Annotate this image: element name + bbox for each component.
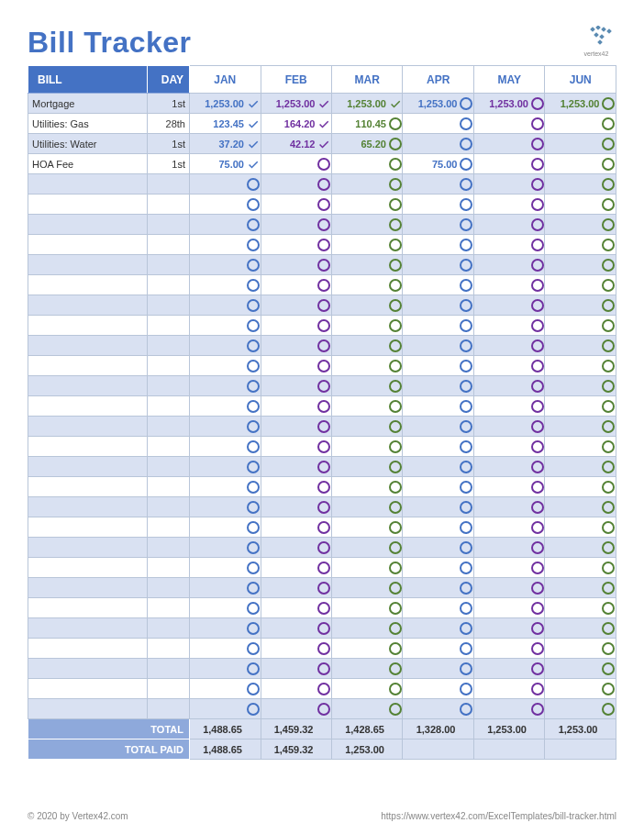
due-day-cell[interactable]	[148, 578, 190, 598]
paid-indicator[interactable]	[388, 517, 403, 538]
amount-cell[interactable]	[261, 316, 316, 336]
paid-indicator[interactable]	[388, 215, 403, 235]
due-day-cell[interactable]	[148, 174, 190, 195]
amount-cell[interactable]	[190, 457, 246, 477]
amount-cell[interactable]	[331, 497, 387, 517]
amount-cell[interactable]	[331, 255, 387, 275]
amount-cell[interactable]	[261, 618, 316, 639]
paid-indicator[interactable]	[388, 235, 403, 255]
amount-cell[interactable]	[473, 174, 529, 195]
bill-name-cell[interactable]	[28, 477, 148, 497]
amount-cell[interactable]	[261, 538, 316, 558]
due-day-cell[interactable]: 1st	[148, 94, 190, 114]
paid-indicator[interactable]	[459, 558, 473, 578]
bill-name-cell[interactable]	[28, 255, 148, 275]
paid-indicator[interactable]	[246, 376, 261, 396]
amount-cell[interactable]	[190, 316, 246, 336]
amount-cell[interactable]	[473, 114, 529, 134]
amount-cell[interactable]	[190, 376, 246, 396]
amount-cell[interactable]	[261, 679, 316, 699]
amount-cell[interactable]	[545, 639, 602, 659]
paid-indicator[interactable]	[246, 295, 261, 316]
due-day-cell[interactable]	[148, 477, 190, 497]
amount-cell[interactable]	[261, 235, 316, 255]
paid-indicator[interactable]	[601, 699, 616, 719]
amount-cell[interactable]	[261, 497, 316, 517]
paid-indicator[interactable]	[601, 275, 616, 295]
amount-cell[interactable]	[261, 437, 316, 457]
amount-cell[interactable]	[545, 356, 602, 376]
paid-indicator[interactable]	[246, 679, 261, 699]
paid-indicator[interactable]	[601, 517, 616, 538]
paid-indicator[interactable]	[530, 114, 545, 134]
amount-cell[interactable]	[545, 497, 602, 517]
amount-cell[interactable]	[473, 417, 529, 437]
amount-cell[interactable]	[261, 174, 316, 195]
paid-indicator[interactable]	[388, 396, 403, 417]
amount-cell[interactable]	[403, 598, 459, 618]
due-day-cell[interactable]	[148, 699, 190, 719]
paid-indicator[interactable]	[316, 195, 331, 215]
paid-indicator[interactable]	[459, 437, 473, 457]
amount-cell[interactable]	[190, 235, 246, 255]
paid-indicator[interactable]	[459, 275, 473, 295]
paid-indicator[interactable]	[316, 275, 331, 295]
paid-indicator[interactable]	[316, 437, 331, 457]
amount-cell[interactable]	[473, 134, 529, 154]
paid-indicator[interactable]	[316, 578, 331, 598]
paid-indicator[interactable]	[459, 94, 473, 114]
paid-indicator[interactable]	[246, 639, 261, 659]
amount-cell[interactable]	[403, 376, 459, 396]
amount-cell[interactable]	[473, 578, 529, 598]
paid-indicator[interactable]	[246, 457, 261, 477]
bill-name-cell[interactable]	[28, 376, 148, 396]
amount-cell[interactable]: 1,253.00	[545, 94, 602, 114]
paid-indicator[interactable]	[530, 517, 545, 538]
paid-indicator[interactable]	[601, 598, 616, 618]
amount-cell[interactable]	[545, 174, 602, 195]
amount-cell[interactable]	[473, 538, 529, 558]
amount-cell[interactable]	[403, 235, 459, 255]
paid-indicator[interactable]	[388, 336, 403, 356]
amount-cell[interactable]	[331, 154, 387, 174]
paid-indicator[interactable]	[459, 517, 473, 538]
amount-cell[interactable]	[545, 114, 602, 134]
paid-indicator[interactable]	[246, 316, 261, 336]
paid-indicator[interactable]	[530, 598, 545, 618]
amount-cell[interactable]	[331, 477, 387, 497]
paid-indicator[interactable]	[316, 598, 331, 618]
amount-cell[interactable]	[473, 396, 529, 417]
paid-indicator[interactable]	[530, 316, 545, 336]
due-day-cell[interactable]: 28th	[148, 114, 190, 134]
paid-indicator[interactable]	[388, 699, 403, 719]
paid-indicator[interactable]	[388, 316, 403, 336]
amount-cell[interactable]	[190, 174, 246, 195]
bill-name-cell[interactable]	[28, 275, 148, 295]
due-day-cell[interactable]: 1st	[148, 134, 190, 154]
due-day-cell[interactable]	[148, 417, 190, 437]
paid-indicator[interactable]	[459, 396, 473, 417]
amount-cell[interactable]	[473, 235, 529, 255]
amount-cell[interactable]	[545, 517, 602, 538]
amount-cell[interactable]	[331, 659, 387, 679]
paid-indicator[interactable]	[246, 699, 261, 719]
amount-cell[interactable]	[331, 215, 387, 235]
amount-cell[interactable]	[190, 437, 246, 457]
amount-cell[interactable]: 110.45	[331, 114, 387, 134]
bill-name-cell[interactable]: HOA Fee	[28, 154, 148, 174]
amount-cell[interactable]	[473, 295, 529, 316]
paid-indicator[interactable]	[388, 497, 403, 517]
paid-indicator[interactable]	[459, 538, 473, 558]
amount-cell[interactable]	[473, 457, 529, 477]
paid-indicator[interactable]	[316, 235, 331, 255]
amount-cell[interactable]	[403, 255, 459, 275]
paid-indicator[interactable]	[388, 376, 403, 396]
paid-indicator[interactable]	[246, 255, 261, 275]
amount-cell[interactable]	[261, 396, 316, 417]
paid-indicator[interactable]	[316, 215, 331, 235]
paid-indicator[interactable]	[601, 659, 616, 679]
paid-indicator[interactable]	[459, 497, 473, 517]
due-day-cell[interactable]	[148, 255, 190, 275]
paid-indicator[interactable]	[459, 639, 473, 659]
amount-cell[interactable]	[545, 598, 602, 618]
